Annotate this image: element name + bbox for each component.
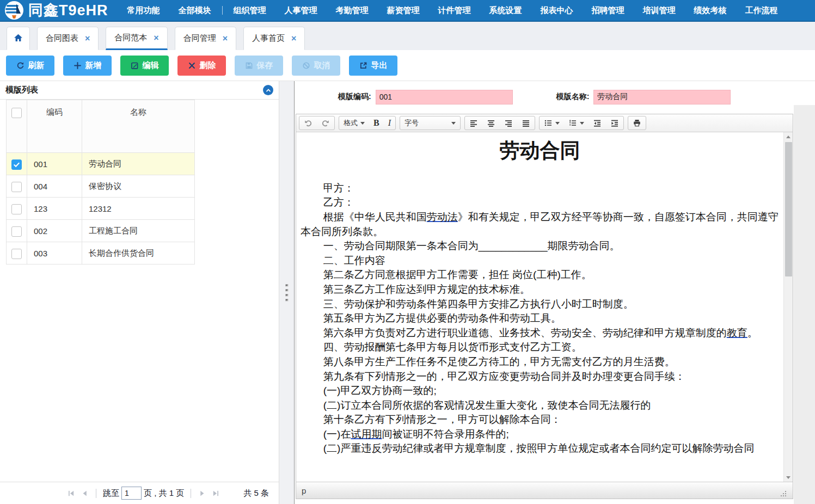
numbered-list-button[interactable] [564, 116, 589, 130]
indent-icon [610, 119, 619, 127]
export-button[interactable]: 导出 [349, 56, 397, 76]
row-checkbox[interactable] [11, 204, 22, 214]
row-checkbox[interactable] [11, 182, 22, 192]
nav-item[interactable]: 全部模块 [169, 0, 220, 21]
cell-name: 保密协议 [82, 175, 195, 198]
jump-to-label: 跳至 [103, 488, 119, 499]
select-all-checkbox[interactable] [11, 108, 22, 118]
last-page-button[interactable] [212, 489, 220, 497]
align-left-button[interactable] [465, 116, 482, 130]
editor-statusbar: p [296, 482, 793, 499]
tab[interactable]: 合同管理× [175, 27, 236, 50]
prev-page-button[interactable] [81, 489, 89, 497]
table-row[interactable]: 002工程施工合同 [7, 220, 195, 242]
pager-divider [96, 489, 96, 498]
align-center-button[interactable] [482, 116, 500, 130]
row-checkbox[interactable] [11, 159, 22, 170]
first-page-button[interactable] [67, 489, 75, 497]
page: 同鑫T9eHR 常用功能全部模块组织管理人事管理考勤管理薪资管理计件管理系统设置… [0, 0, 815, 504]
close-tab-icon[interactable]: × [223, 34, 228, 43]
close-tab-icon[interactable]: × [154, 34, 158, 42]
edit-button[interactable]: 编辑 [120, 56, 169, 76]
refresh-button[interactable]: 刷新 [6, 56, 54, 76]
align-justify-icon [522, 119, 530, 127]
nav-item[interactable]: 绩效考核 [685, 0, 736, 21]
nav-item[interactable]: 组织管理 [224, 0, 275, 21]
numbered-list-icon [568, 119, 577, 127]
page-number-input[interactable] [121, 487, 142, 500]
bold-button[interactable]: B [369, 116, 384, 130]
editor-content: 劳动合同甲方：乙方：根据《中华人民共和国劳动法》和有关规定，甲乙双方经平等协商一… [296, 132, 793, 482]
template-code-input[interactable] [376, 90, 513, 105]
cell-code: 001 [27, 153, 82, 175]
table-row[interactable]: 12312312 [7, 198, 195, 220]
nav-item[interactable]: 薪资管理 [378, 0, 429, 21]
tab[interactable]: 合同图表× [37, 27, 99, 50]
add-button[interactable]: 新增 [63, 56, 112, 76]
scroll-up-icon[interactable] [784, 132, 793, 141]
format-select[interactable]: 格式 [339, 116, 369, 130]
export-icon [359, 62, 367, 70]
editor-scrollbar[interactable] [783, 132, 793, 482]
tab-home[interactable] [7, 27, 30, 50]
template-grid: 编码 名称 001劳动合同004保密协议12312312002工程施工合同003… [0, 100, 279, 482]
collapse-panel-button[interactable] [263, 85, 273, 95]
scroll-down-icon[interactable] [784, 473, 793, 482]
cell-name: 劳动合同 [82, 153, 195, 175]
fontsize-select[interactable]: 字号 [400, 116, 460, 130]
outdent-button[interactable] [589, 116, 606, 130]
indent-button[interactable] [606, 116, 623, 130]
undo-button[interactable] [299, 116, 317, 130]
template-name-input[interactable] [593, 90, 731, 105]
text-segment: 第九条有下列情形之一的，甲乙双方应变更劳动合同并及时办理变更合同手续： [323, 371, 685, 382]
resize-grip-icon[interactable] [780, 490, 787, 497]
italic-button[interactable]: I [384, 116, 395, 130]
inline-link[interactable]: 教育 [727, 327, 747, 339]
nav-item[interactable]: 培训管理 [634, 0, 685, 21]
cancel-button[interactable]: 取消 [292, 56, 340, 76]
bullet-list-button[interactable] [540, 116, 564, 130]
delete-button[interactable]: 删除 [177, 56, 226, 76]
inline-link[interactable]: 劳动法 [427, 211, 458, 223]
nav-item[interactable]: 考勤管理 [327, 0, 378, 21]
document-editing-area[interactable]: 劳动合同甲方：乙方：根据《中华人民共和国劳动法》和有关规定，甲乙双方经平等协商一… [296, 132, 783, 482]
document-paragraph: 第三条乙方工作应达到甲方规定的技术标准。 [301, 282, 779, 297]
close-tab-icon[interactable]: × [85, 34, 90, 43]
nav-item[interactable]: 报表中心 [531, 0, 583, 21]
nav-item[interactable]: 系统设置 [480, 0, 531, 21]
row-checkbox[interactable] [11, 249, 22, 259]
text-segment: (二)订立本合同所依据的客观情况发生重大变化，致使本合同无法履行的 [323, 399, 651, 411]
tab[interactable]: 合同范本× [106, 27, 167, 50]
nav-item[interactable]: 人事管理 [275, 0, 327, 21]
align-justify-button[interactable] [517, 116, 535, 130]
text-segment: 第六条甲方负责对乙方进行职业道德、业务技术、劳动安全、劳动纪律和甲方规章制度的 [323, 327, 727, 339]
nav-item[interactable]: 计件管理 [429, 0, 480, 21]
save-icon [245, 62, 253, 70]
redo-button[interactable] [317, 116, 334, 130]
inline-link[interactable]: 试用期 [351, 428, 382, 440]
table-row[interactable]: 001劳动合同 [7, 153, 195, 175]
nav-item[interactable]: 招聘管理 [583, 0, 634, 21]
right-gutter [794, 105, 815, 504]
table-row[interactable]: 003长期合作供货合同 [7, 242, 195, 265]
plus-icon [73, 62, 82, 70]
nav-menu: 常用功能全部模块组织管理人事管理考勤管理薪资管理计件管理系统设置报表中心招聘管理… [118, 0, 787, 21]
nav-item[interactable]: 常用功能 [118, 0, 169, 21]
align-right-button[interactable] [500, 116, 517, 130]
table-row[interactable]: 004保密协议 [7, 175, 195, 198]
column-header-code[interactable]: 编码 [27, 100, 82, 153]
tab[interactable]: 人事首页× [243, 27, 305, 50]
next-page-button[interactable] [198, 489, 206, 497]
panel-splitter[interactable] [279, 81, 295, 504]
caret-down-icon [580, 122, 584, 125]
save-button[interactable]: 保存 [235, 56, 283, 76]
nav-item[interactable]: 工作流程 [736, 0, 787, 21]
scrollbar-thumb[interactable] [785, 142, 792, 276]
element-path[interactable]: p [302, 486, 306, 495]
column-header-name[interactable]: 名称 [82, 100, 195, 153]
close-tab-icon[interactable]: × [291, 34, 296, 43]
text-segment: (一)甲乙双方协商一致的; [323, 385, 437, 396]
print-button[interactable] [628, 116, 646, 130]
row-checkbox[interactable] [11, 226, 22, 237]
pager-divider [191, 489, 191, 498]
